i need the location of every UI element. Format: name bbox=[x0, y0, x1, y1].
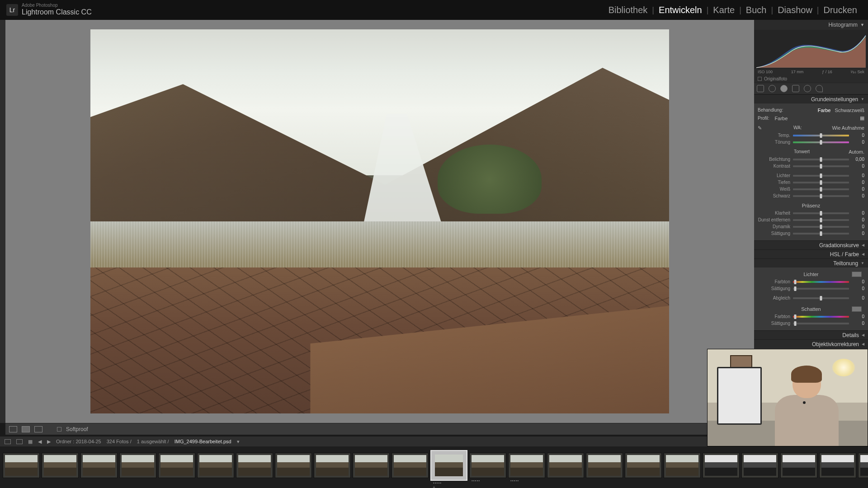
filmstrip-thumb[interactable] bbox=[586, 453, 623, 478]
filmstrip-thumb[interactable]: ••••• bbox=[430, 450, 467, 481]
slider-track[interactable] bbox=[793, 141, 849, 143]
grid-toggle-icon[interactable]: ▦ bbox=[28, 439, 33, 445]
radial-filter-icon[interactable] bbox=[804, 85, 811, 92]
back-nav-icon[interactable]: ◀ bbox=[38, 439, 42, 445]
spot-tool-icon[interactable] bbox=[769, 85, 776, 92]
wb-preset[interactable]: Wie Aufnahme bbox=[832, 125, 864, 131]
split-shadow-swatch[interactable] bbox=[852, 306, 862, 312]
filmstrip-thumb[interactable] bbox=[3, 453, 40, 478]
slider-track[interactable] bbox=[793, 219, 849, 221]
grad-filter-icon[interactable] bbox=[792, 85, 799, 92]
compare-view-button[interactable] bbox=[34, 426, 42, 432]
slider-value[interactable]: 0 bbox=[852, 140, 864, 145]
left-panel-collapsed[interactable] bbox=[0, 20, 5, 423]
filmstrip-thumb[interactable] bbox=[119, 453, 156, 478]
split-balance-value[interactable]: 0 bbox=[852, 296, 864, 300]
filmstrip-thumb[interactable]: ••••• bbox=[508, 453, 545, 478]
loupe-view[interactable] bbox=[5, 20, 754, 423]
filmstrip-thumb[interactable] bbox=[275, 453, 312, 478]
filmstrip-thumb[interactable] bbox=[703, 453, 740, 478]
slider-track[interactable] bbox=[793, 182, 849, 183]
filmstrip-thumb[interactable] bbox=[392, 453, 429, 478]
histogram[interactable] bbox=[754, 30, 868, 69]
filmstrip-thumb[interactable]: ••••• bbox=[469, 453, 506, 478]
module-diashow[interactable]: Diashow bbox=[773, 5, 817, 15]
grid-view-icon[interactable] bbox=[16, 439, 23, 444]
histogram-header[interactable]: Histogramm▼ bbox=[754, 20, 868, 30]
module-drucken[interactable]: Drucken bbox=[819, 5, 862, 15]
filmstrip-thumb[interactable] bbox=[353, 453, 390, 478]
slider-value[interactable]: 0 bbox=[852, 217, 864, 222]
slider-track[interactable] bbox=[793, 281, 849, 283]
slider-track[interactable] bbox=[793, 233, 849, 235]
profile-grid-icon[interactable]: ▦ bbox=[860, 115, 864, 121]
slider-track[interactable] bbox=[793, 195, 849, 197]
profile-value[interactable]: Farbe bbox=[772, 116, 857, 121]
slider-track[interactable] bbox=[793, 175, 849, 177]
slider-value[interactable]: 0 bbox=[852, 180, 864, 185]
fwd-nav-icon[interactable]: ▶ bbox=[47, 439, 51, 445]
module-entwickeln[interactable]: Entwickeln bbox=[654, 5, 707, 15]
split-balance-slider[interactable] bbox=[793, 297, 849, 299]
slider-value[interactable]: 0 bbox=[852, 224, 864, 229]
slider-track[interactable] bbox=[793, 316, 849, 318]
filmstrip-thumb[interactable] bbox=[197, 453, 234, 478]
slider-track[interactable] bbox=[793, 212, 849, 214]
filmstrip[interactable]: ••••••••••••••• bbox=[0, 446, 868, 488]
auto-tone-button[interactable]: Autom. bbox=[849, 149, 864, 155]
filmstrip-thumb[interactable] bbox=[625, 453, 662, 478]
slider-value[interactable]: 0 bbox=[852, 133, 864, 138]
slider-value[interactable]: 0 bbox=[852, 314, 864, 319]
slider-track[interactable] bbox=[793, 135, 849, 136]
filmstrip-thumb[interactable] bbox=[236, 453, 273, 478]
slider-value[interactable]: 0 bbox=[852, 286, 864, 291]
slider-track[interactable] bbox=[793, 165, 849, 167]
slider-value[interactable]: 0 bbox=[852, 231, 864, 236]
slider-value[interactable]: 0 bbox=[852, 164, 864, 169]
module-karte[interactable]: Karte bbox=[708, 5, 739, 15]
detail-panel-header[interactable]: Details◀ bbox=[754, 330, 868, 339]
splittone-panel-header[interactable]: Teiltonung▼ bbox=[754, 258, 868, 267]
filmstrip-thumb[interactable] bbox=[158, 453, 195, 478]
bottom-grip[interactable]: ▲ bbox=[425, 484, 443, 488]
slider-value[interactable]: 0 bbox=[852, 279, 864, 284]
filmstrip-thumb[interactable] bbox=[42, 453, 79, 478]
loupe-view-button[interactable] bbox=[9, 426, 17, 432]
slider-value[interactable]: 0 bbox=[852, 321, 864, 326]
filename-menu-icon[interactable]: ▾ bbox=[237, 439, 240, 445]
slider-track[interactable] bbox=[793, 323, 849, 324]
slider-track[interactable] bbox=[793, 188, 849, 190]
slider-value[interactable]: 0 bbox=[852, 193, 864, 198]
slider-value[interactable]: 0 bbox=[852, 211, 864, 216]
brush-tool-icon[interactable] bbox=[816, 85, 823, 92]
folder-path[interactable]: Ordner : 2018-04-25 bbox=[56, 439, 101, 444]
slider-track[interactable] bbox=[793, 226, 849, 228]
filmstrip-thumb[interactable] bbox=[780, 453, 817, 478]
module-buch[interactable]: Buch bbox=[741, 5, 771, 15]
tonecurve-panel-header[interactable]: Gradationskurve◀ bbox=[754, 240, 868, 249]
treatment-color[interactable]: Farbe bbox=[818, 108, 831, 113]
develop-photo[interactable] bbox=[90, 29, 669, 413]
filmstrip-thumb[interactable] bbox=[80, 453, 118, 478]
split-high-swatch[interactable] bbox=[852, 272, 862, 277]
redeye-tool-icon[interactable] bbox=[780, 85, 788, 92]
filmstrip-thumb[interactable] bbox=[819, 453, 856, 478]
module-bibliothek[interactable]: Bibliothek bbox=[604, 5, 652, 15]
original-photo-checkbox[interactable]: Originalfoto bbox=[754, 75, 868, 83]
crop-tool-icon[interactable] bbox=[757, 85, 764, 92]
filmstrip-thumb[interactable] bbox=[664, 453, 701, 478]
slider-value[interactable]: 0,00 bbox=[852, 157, 864, 162]
before-after-button[interactable] bbox=[22, 426, 30, 432]
basic-panel-header[interactable]: Grundeinstellungen▼ bbox=[754, 94, 868, 103]
filmstrip-thumb[interactable] bbox=[314, 453, 351, 478]
slider-track[interactable] bbox=[793, 288, 849, 290]
wb-eyedropper-icon[interactable]: ✎ bbox=[758, 125, 763, 131]
filmstrip-thumb[interactable] bbox=[858, 453, 868, 478]
treatment-bw[interactable]: Schwarzweiß bbox=[835, 108, 864, 113]
softproof-checkbox[interactable] bbox=[57, 427, 61, 432]
hsl-panel-header[interactable]: HSL / Farbe◀ bbox=[754, 249, 868, 258]
slider-value[interactable]: 0 bbox=[852, 173, 864, 178]
second-window-icon[interactable] bbox=[5, 439, 11, 444]
filmstrip-thumb[interactable] bbox=[741, 453, 778, 478]
slider-track[interactable] bbox=[793, 159, 849, 160]
